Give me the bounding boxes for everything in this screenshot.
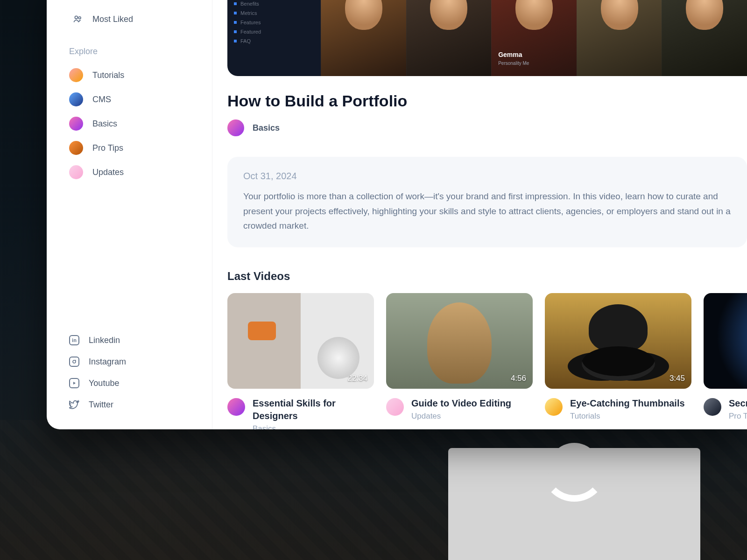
hero-faces-strip: Gemma Personality Me	[321, 0, 747, 76]
instagram-icon	[69, 357, 79, 367]
sidebar-item-label: Basics	[92, 119, 117, 129]
sidebar-section-explore: Explore	[47, 30, 212, 63]
app-window: Most Liked Explore Tutorials CMS Basics …	[47, 0, 747, 429]
video-thumbnail: 22:34	[227, 293, 374, 389]
article-title: How to Build a Portfolio	[227, 92, 747, 110]
avatar-icon	[69, 165, 83, 179]
sidebar: Most Liked Explore Tutorials CMS Basics …	[47, 0, 212, 429]
svg-point-3	[75, 360, 76, 361]
video-category: Pro Tips	[729, 410, 747, 421]
people-icon	[73, 14, 83, 24]
video-category: Tutorials	[570, 410, 685, 421]
video-category: Updates	[411, 410, 511, 421]
video-duration: 3:45	[669, 374, 685, 383]
twitter-icon	[69, 399, 79, 410]
youtube-icon	[69, 378, 79, 388]
hero-ui-panel: Simulator Containers Benefits Metrics Fe…	[227, 0, 321, 76]
last-videos-heading: Last Videos	[227, 247, 747, 293]
channel-avatar[interactable]	[386, 398, 404, 416]
video-thumbnail: 4:56	[386, 293, 533, 389]
video-title: Eye-Catching Thumbnails	[570, 397, 685, 410]
social-link-youtube[interactable]: Youtube	[69, 372, 190, 394]
video-thumbnail	[704, 293, 747, 389]
svg-point-0	[75, 16, 78, 19]
social-label: Twitter	[89, 400, 113, 410]
article-description-card: Oct 31, 2024 Your portfolio is more than…	[227, 157, 747, 247]
hero-video-thumbnail[interactable]: Simulator Containers Benefits Metrics Fe…	[227, 0, 747, 76]
sidebar-item-most-liked[interactable]: Most Liked	[69, 8, 198, 30]
social-label: Instagram	[89, 357, 126, 367]
svg-point-1	[78, 17, 81, 19]
article-date: Oct 31, 2024	[243, 171, 731, 182]
video-card[interactable]: Secrets of Cinematic Video Pro Tips	[704, 293, 747, 429]
sidebar-item-tutorials[interactable]: Tutorials	[47, 63, 212, 87]
sidebar-item-label: Most Liked	[92, 14, 133, 24]
sidebar-item-pro-tips[interactable]: Pro Tips	[47, 136, 212, 160]
channel-avatar[interactable]	[704, 398, 721, 416]
sidebar-item-label: Tutorials	[92, 70, 124, 80]
social-label: Youtube	[89, 378, 119, 388]
avatar-icon	[69, 68, 83, 82]
loading-arc-icon	[542, 436, 607, 502]
avatar-icon	[69, 117, 83, 131]
channel-avatar[interactable]	[545, 398, 563, 416]
video-duration: 4:56	[511, 374, 526, 383]
avatar-icon	[69, 141, 83, 155]
sidebar-item-label: Updates	[92, 168, 124, 177]
last-videos-list: 22:34 Essential Skills for Designers Bas…	[227, 293, 747, 429]
svg-point-2	[73, 360, 76, 363]
linkedin-icon: in	[69, 335, 79, 345]
article-body: Your portfolio is more than a collection…	[243, 189, 731, 233]
video-title: Secrets of Cinematic Video	[729, 397, 747, 410]
sidebar-item-basics[interactable]: Basics	[47, 112, 212, 136]
video-card[interactable]: 3:45 Eye-Catching Thumbnails Tutorials	[545, 293, 691, 429]
secondary-preview-panel	[448, 448, 700, 560]
video-title: Guide to Video Editing	[411, 397, 511, 410]
hero-face-name: Gemma	[498, 51, 522, 58]
sidebar-item-label: CMS	[92, 95, 111, 105]
sidebar-item-label: Pro Tips	[92, 143, 123, 153]
video-card[interactable]: 22:34 Essential Skills for Designers Bas…	[227, 293, 374, 429]
video-title: Essential Skills for Designers	[253, 397, 374, 422]
social-link-instagram[interactable]: Instagram	[69, 351, 190, 372]
sidebar-item-cms[interactable]: CMS	[47, 87, 212, 112]
video-duration: 22:34	[347, 374, 367, 383]
social-link-linkedin[interactable]: in Linkedin	[69, 329, 190, 351]
main-content: Simulator Containers Benefits Metrics Fe…	[212, 0, 747, 429]
author-avatar[interactable]	[227, 119, 244, 136]
channel-avatar[interactable]	[227, 398, 245, 416]
video-card[interactable]: 4:56 Guide to Video Editing Updates	[386, 293, 533, 429]
social-link-twitter[interactable]: Twitter	[69, 394, 190, 415]
sidebar-item-updates[interactable]: Updates	[47, 160, 212, 184]
article-category[interactable]: Basics	[253, 123, 280, 133]
social-label: Linkedin	[89, 336, 120, 345]
video-thumbnail: 3:45	[545, 293, 691, 389]
hero-face-subtitle: Personality Me	[498, 61, 529, 66]
video-category: Basics	[253, 422, 374, 429]
avatar-icon	[69, 92, 83, 106]
